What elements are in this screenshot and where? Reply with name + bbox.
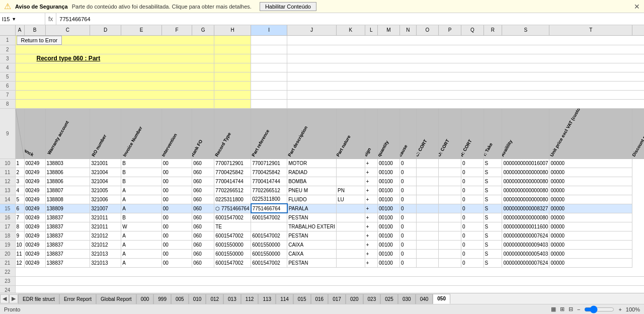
zoom-out-icon[interactable]: − [577, 306, 580, 312]
tab-023[interactable]: 023 [363, 294, 381, 304]
table-row[interactable]: 18 9 00249 138837 321012 A 00 060 600154… [0, 231, 644, 240]
tab-scroll-left-button[interactable]: ◀ [0, 294, 9, 303]
cell-B10[interactable]: 00249 [24, 159, 45, 168]
enable-content-button[interactable]: Habilitar Conteúdo [260, 2, 316, 11]
cell-I10[interactable]: 7700712901 [251, 159, 287, 168]
zoom-slider[interactable] [584, 305, 614, 313]
col-header-K[interactable]: K [336, 25, 365, 35]
table-row[interactable]: 10 1 00249 138803 321001 B 00 060 770071… [0, 159, 644, 168]
cell-A1[interactable]: Return to Error [15, 35, 214, 45]
cell-L10[interactable]: + [365, 159, 378, 168]
tab-999[interactable]: 999 [153, 294, 171, 304]
cell-H10[interactable]: 7700712901 [214, 159, 251, 168]
cell-A10[interactable]: 1 [15, 159, 24, 168]
return-to-error-button[interactable]: Return to Error [17, 36, 62, 45]
tab-025[interactable]: 025 [380, 294, 398, 304]
tab-scroll-right-button[interactable]: ▶ [9, 294, 18, 303]
tab-020[interactable]: 020 [346, 294, 363, 304]
col-header-E[interactable]: E [121, 25, 162, 35]
tab-012[interactable]: 012 [206, 294, 223, 304]
tab-050[interactable]: 050 [433, 294, 450, 304]
table-row[interactable]: 13 4 00249 138807 321005 A 00 060 770226… [0, 186, 644, 195]
normal-view-icon[interactable]: ▦ [551, 306, 556, 312]
tab-error-report[interactable]: Error Report [59, 294, 96, 304]
table-row[interactable]: 16 7 00249 138837 321011 B 00 060 600154… [0, 213, 644, 222]
cell-G10[interactable]: 060 [192, 159, 214, 168]
tab-015[interactable]: 015 [293, 294, 311, 304]
col-header-M[interactable]: M [378, 25, 400, 35]
active-cell-I15[interactable]: 7751466764 [251, 204, 287, 213]
tab-005[interactable]: 005 [171, 294, 189, 304]
cell-ref-dropdown-icon[interactable]: ▼ [12, 17, 16, 22]
tab-edr-file-struct[interactable]: EDR file struct [18, 294, 59, 304]
col-header-D[interactable]: D [90, 25, 121, 35]
col-header-C[interactable]: C [45, 25, 90, 35]
cell-O10[interactable] [416, 159, 439, 168]
cell-H1[interactable] [214, 35, 251, 45]
table-row[interactable]: 17 8 00249 138837 321011 W 00 060 TE TRA… [0, 222, 644, 231]
cell-D10[interactable]: 321001 [90, 159, 121, 168]
col-header-F[interactable]: F [162, 25, 192, 35]
page-layout-icon[interactable]: ⊞ [560, 306, 565, 312]
col-header-H[interactable]: H [214, 25, 251, 35]
zoom-in-icon[interactable]: + [618, 306, 621, 312]
cell-J10[interactable]: MOTOR [287, 159, 337, 168]
column-header-row: 9 Blanck Warranty account [0, 108, 644, 159]
cell-Q10[interactable]: 0 [461, 159, 484, 168]
cell-K10[interactable] [336, 159, 365, 168]
tab-016[interactable]: 016 [311, 294, 329, 304]
col-header-J[interactable]: J [287, 25, 337, 35]
col-header-Q[interactable]: Q [461, 25, 484, 35]
table-row[interactable]: 19 10 00249 138837 321012 A 00 060 60015… [0, 240, 644, 249]
cell-N10[interactable]: 0 [400, 159, 417, 168]
col-header-A[interactable]: A [15, 25, 24, 35]
col-header-N[interactable]: N [400, 25, 417, 35]
cell-E10[interactable]: B [121, 159, 162, 168]
table-row: 23 [0, 276, 644, 285]
row-num-10: 10 [0, 159, 15, 168]
cell-S10[interactable]: 0000000000016007 [502, 159, 549, 168]
security-close-icon[interactable]: ✕ [634, 3, 640, 11]
cell-T10[interactable]: 00000 [549, 159, 632, 168]
col-header-P[interactable]: P [439, 25, 461, 35]
cell-I1[interactable] [251, 35, 287, 45]
tab-112[interactable]: 112 [241, 294, 259, 304]
cell-reference-box[interactable]: I15 ▼ [0, 13, 45, 25]
hdr-ccort: C: CORT [416, 108, 439, 159]
tab-010[interactable]: 010 [189, 294, 206, 304]
cell-R10[interactable]: S [484, 159, 502, 168]
tab-017[interactable]: 017 [328, 294, 346, 304]
col-header-I[interactable]: I [251, 25, 287, 35]
table-row[interactable]: 14 5 00249 138808 321006 A 00 060 022531… [0, 195, 644, 204]
tab-114[interactable]: 114 [276, 294, 293, 304]
col-header-R[interactable]: R [484, 25, 502, 35]
cell-P10[interactable] [439, 159, 461, 168]
col-header-L[interactable]: L [365, 25, 378, 35]
col-header-G[interactable]: G [192, 25, 214, 35]
hdr-cause: cause [400, 108, 417, 159]
table-row[interactable]: 15 6 00249 138809 321007 A 00 060 ⬡ 7751… [0, 204, 644, 213]
col-header-O[interactable]: O [416, 25, 439, 35]
cell-M10[interactable]: 00100 [378, 159, 400, 168]
table-row: 1 Return to Error [0, 35, 644, 45]
row-num-15: 15 [0, 204, 15, 213]
table-row[interactable]: 21 12 00249 138837 321013 A 00 060 60015… [0, 258, 644, 267]
table-row[interactable]: 12 3 00249 138806 321004 B 00 060 770041… [0, 177, 644, 186]
col-header-S[interactable]: S [502, 25, 549, 35]
table-row[interactable]: 20 11 00249 138837 321013 A 00 060 60015… [0, 249, 644, 258]
tab-global-report[interactable]: Global Report [96, 294, 136, 304]
col-header-T[interactable]: T [549, 25, 632, 35]
table-row[interactable]: 11 2 00249 138806 321004 B 00 060 770042… [0, 168, 644, 177]
tab-040[interactable]: 040 [416, 294, 433, 304]
col-header-U[interactable]: U [632, 25, 644, 35]
tab-013[interactable]: 013 [223, 294, 241, 304]
cell-C10[interactable]: 138803 [45, 159, 90, 168]
page-break-icon[interactable]: ⊟ [569, 306, 573, 312]
cell-F10[interactable]: 00 [162, 159, 192, 168]
col-header-B[interactable]: B [24, 25, 45, 35]
tab-000[interactable]: 000 [136, 294, 154, 304]
cell-J1[interactable] [287, 35, 644, 45]
tab-113[interactable]: 113 [258, 294, 276, 304]
tab-030[interactable]: 030 [398, 294, 416, 304]
grid-scroll-area[interactable]: A B C D E F G H I J K L M N O P Q [0, 25, 644, 293]
